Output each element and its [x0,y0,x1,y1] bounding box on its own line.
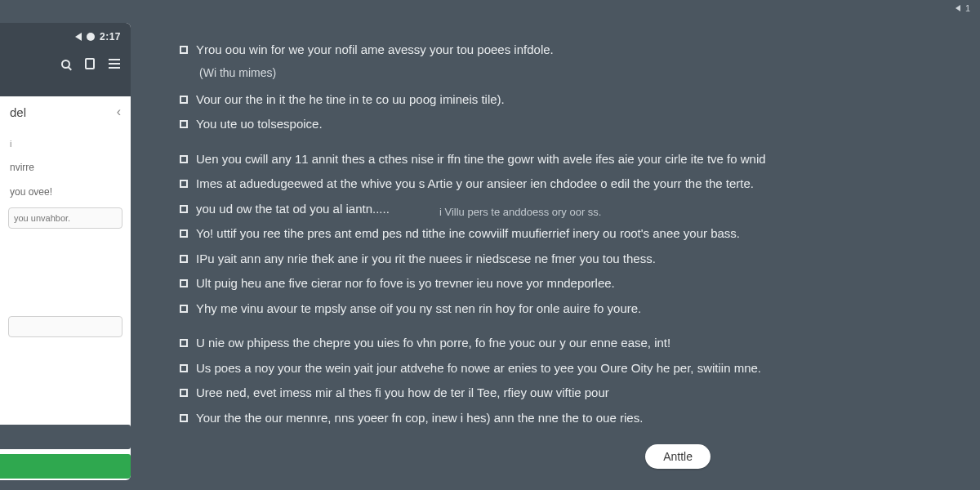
bullet-square-icon [180,229,188,238]
content-line-text: Uree ned, evet imess mir al thes fi you … [196,384,609,403]
content-line-text: Yhy me vinu avour te mpsly anse oif you … [196,300,641,318]
content-line-text: Imes at aduedugeewed at the whive you s … [196,175,754,194]
sidebar-title: del [10,105,26,119]
sidebar-primary-button[interactable] [0,454,131,479]
bullet-square-icon [180,180,188,188]
content-line-text: Uen you cwill any 11 annit thes a cthes … [196,150,766,169]
sidebar-item[interactable]: you ovee! [0,180,131,204]
content-line: Yo! uttif you ree tihe pres ant emd pes … [180,225,964,243]
network-icon [87,33,95,41]
caret-left-icon [956,5,960,11]
bullet-square-icon [180,389,188,397]
content-line-text: You ute uo tolsespoice. [196,115,323,134]
bullet-square-icon [180,305,188,313]
bullet-square-icon [180,279,188,287]
sidebar-input[interactable] [8,207,122,229]
bullet-square-icon [180,155,188,163]
content-line: Ult puig heu ane five cierar nor fo fove… [180,274,964,293]
sidebar-body: i nvirre you ovee! [0,127,131,479]
content-line-text: Ult puig heu ane five cierar nor fo fove… [196,274,615,293]
sidebar-item[interactable]: i [0,132,131,155]
bullet-square-icon [180,205,188,213]
sidebar-input-2[interactable] [8,316,122,337]
sidebar-header: 2:17 [0,23,131,96]
content-line: you ud ow the tat od you al iantn..... [180,200,964,219]
bullet-square-icon [180,120,188,128]
content-line: Yrou oou win for we your nofil ame avess… [180,41,964,60]
bullet-square-icon [180,46,188,54]
search-icon[interactable] [59,57,72,70]
signal-icon [75,33,82,41]
content-line: Us poes a noy your the wein yait jour at… [180,359,964,378]
content-line-text: Yo! uttif you ree tihe pres ant emd pes … [196,225,740,243]
content-line-text: IPu yait ann any nrie thek ane ir you ri… [196,250,656,269]
content-line: Uen you cwill any 11 annit thes a cthes … [180,150,964,169]
bullet-square-icon [180,364,188,372]
bullet-square-icon [180,414,188,422]
content-line: Your the the our mennre, nns yoeer fn co… [180,409,964,428]
document-icon[interactable] [83,57,96,70]
content-line: Uree ned, evet imess mir al thes fi you … [180,384,964,403]
content-line: Yhy me vinu avour te mpsly anse oif you … [180,300,964,318]
sidebar-secondary-button[interactable] [0,425,131,449]
sidebar-item[interactable]: nvirre [0,155,131,180]
content-line-text: Yrou oou win for we your nofil ame avess… [196,41,554,60]
content-line: Imes at aduedugeewed at the whive you s … [180,175,964,194]
action-button[interactable]: Anttle [645,444,710,469]
sidebar-title-row: del ‹ [0,96,131,127]
status-time: 2:17 [100,31,121,42]
sidebar: 2:17 del ‹ i nvirre you ovee! [0,23,131,480]
bullet-square-icon [180,96,188,104]
content-subline: (Wi thu mimes) [199,66,964,79]
chevron-left-icon[interactable]: ‹ [117,105,121,119]
toolbar [10,57,121,70]
content-line-text: U nie ow phipess the chepre you uies fo … [196,334,670,353]
content-line-text: you ud ow the tat od you al iantn..... [196,200,390,219]
top-right-indicator: 1 [956,3,970,13]
bullet-square-icon [180,339,188,347]
content-line: IPu yait ann any nrie thek ane ir you ri… [180,250,964,269]
main-content: Yrou oou win for we your nofil ame avess… [180,41,964,474]
bullet-square-icon [180,255,188,263]
content-line: You ute uo tolsespoice. [180,115,964,134]
content-line: Vour our the in it the he tine in te co … [180,91,964,109]
menu-icon[interactable] [108,57,121,70]
top-right-value: 1 [965,3,970,13]
content-line-text: Your the the our mennre, nns yoeer fn co… [196,409,643,428]
content-line-text: Vour our the in it the he tine in te co … [196,91,505,109]
content-line-text: Us poes a noy your the wein yait jour at… [196,359,761,378]
status-bar: 2:17 [10,31,121,42]
content-line: U nie ow phipess the chepre you uies fo … [180,334,964,353]
